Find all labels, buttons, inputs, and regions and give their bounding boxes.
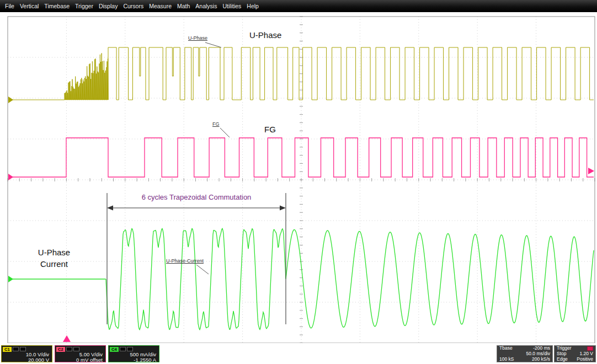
- c1-chip: C1: [3, 347, 12, 352]
- c4-descriptor-box[interactable]: C4 500 mA/div -1.2550 A: [108, 345, 159, 362]
- c1-trace-marker[interactable]: [8, 97, 13, 103]
- trigger-descriptor[interactable]: Trigger Stop 1.20 V Edge Positive: [554, 345, 596, 362]
- trigger-time-marker[interactable]: [63, 335, 71, 342]
- arrow-left-icon: [107, 206, 113, 211]
- u-phase-current-trace-callout: U-Phase-Current: [166, 258, 204, 264]
- bandwidth-icon: [127, 347, 133, 351]
- coupling-icon: [120, 347, 126, 351]
- c4-offset-value: -1.2550 A: [109, 357, 159, 363]
- oscilloscope-screen: File Vertical Timebase Trigger Display C…: [0, 0, 597, 364]
- trigger-slope: Positive: [577, 357, 593, 362]
- c2-descriptor-box[interactable]: C2 5.00 V/div 0 mV offset: [55, 345, 106, 362]
- trigger-type: Edge: [557, 357, 568, 362]
- commutation-annotation-text: 6 cycles Trapezoidal Commutation: [107, 193, 286, 201]
- coupling-icon: [13, 347, 19, 351]
- c1-descriptor-box[interactable]: C1 10.0 V/div 20.000 V: [1, 345, 52, 362]
- bandwidth-icon: [73, 347, 79, 351]
- fg-label: FG: [264, 125, 276, 134]
- u-phase-current-label-line2: Current: [20, 258, 88, 270]
- bandwidth-icon: [20, 347, 26, 351]
- arrow-right-icon: [280, 206, 286, 211]
- coupling-icon: [66, 347, 72, 351]
- commutation-annotation: [107, 42, 286, 324]
- u-phase-current-label-line1: U-Phase: [20, 247, 88, 258]
- c1-offset-value: 20.000 V: [2, 357, 52, 363]
- c4-trace-marker[interactable]: [8, 276, 13, 282]
- timebase-samples: 100 kS: [499, 357, 514, 362]
- timebase-rate: 200 kS/s: [532, 357, 550, 362]
- waveform-display: [0, 0, 597, 364]
- timebase-descriptor[interactable]: Tbase -200 ms 50.0 ms/div 100 kS 200 kS/…: [497, 345, 553, 362]
- u-phase-trace-callout: U-Phase: [188, 35, 207, 41]
- u-phase-label: U-Phase: [249, 30, 281, 40]
- timebase-label: Tbase: [499, 346, 513, 351]
- status-bar: C1 10.0 V/div 20.000 V C2 5.00 V/div 0 m…: [0, 343, 597, 364]
- u-phase-current-label: U-Phase Current: [20, 247, 88, 270]
- trigger-level-marker[interactable]: [588, 168, 594, 174]
- c2-trace-marker[interactable]: [8, 174, 13, 180]
- c2-chip: C2: [56, 347, 65, 352]
- fg-trace-callout: FG: [212, 121, 220, 127]
- c2-offset-value: 0 mV offset: [55, 357, 105, 363]
- c4-chip: C4: [110, 347, 119, 352]
- trigger-source-chip: [587, 346, 593, 351]
